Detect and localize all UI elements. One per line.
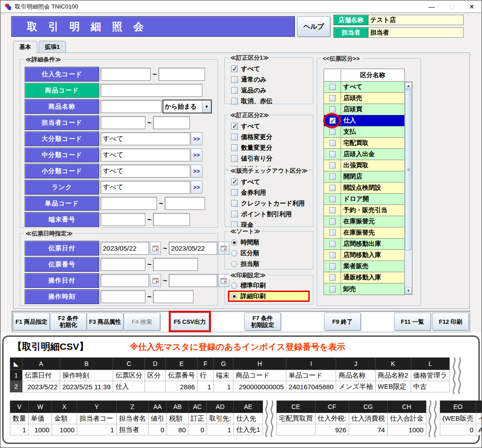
op-time-to-input[interactable] (153, 290, 193, 303)
list-scrollbar[interactable]: ▲ ▼ (405, 82, 412, 295)
row-checkbox-cell[interactable] (324, 160, 341, 171)
staff-code-to-input[interactable] (153, 116, 190, 129)
checkbox-icon[interactable] (231, 76, 238, 83)
row-checkbox-cell[interactable] (324, 261, 341, 272)
minimize-icon[interactable]: — (429, 3, 435, 10)
checkbox-icon[interactable] (329, 140, 336, 146)
checkbox-icon[interactable] (329, 252, 336, 258)
row-checkbox-cell[interactable] (324, 93, 341, 104)
checkbox-icon[interactable] (231, 211, 238, 217)
f7-default-conditions-button[interactable]: F7 条件初期設定 (244, 313, 281, 331)
supplier-code-from-input[interactable] (101, 68, 151, 81)
checkbox-option[interactable]: 価格変更分 (231, 133, 313, 141)
checkbox-icon[interactable] (329, 151, 336, 157)
checkbox-icon[interactable] (329, 174, 336, 180)
checkbox-option[interactable]: 通常のみ (231, 75, 313, 84)
f1-item-select-button[interactable]: F1 商品指定 (13, 313, 50, 331)
row-checkbox-cell[interactable] (324, 250, 341, 261)
slip-category-row[interactable]: 店間移動入庫 (324, 250, 404, 261)
radio-option[interactable]: 区分順 (231, 249, 313, 257)
staff-code-from-input[interactable] (101, 116, 145, 129)
terminal-no-to-input[interactable] (153, 213, 190, 226)
checkbox-option[interactable]: 返品のみ (231, 86, 313, 95)
calendar-icon[interactable] (150, 274, 161, 287)
checkbox-icon[interactable] (329, 286, 336, 292)
slip-category-row[interactable]: 在庫振替先 (324, 227, 404, 239)
single-item-code-from-input[interactable] (101, 197, 157, 210)
large-class-picker-button[interactable]: >> (191, 132, 202, 145)
checkbox-icon[interactable] (231, 189, 238, 196)
f5-csv-export-button[interactable]: F5 CSV出力 (171, 313, 209, 331)
checkbox-icon[interactable] (231, 87, 238, 94)
slip-category-row[interactable]: 仕入 (324, 115, 404, 126)
row-checkbox-cell[interactable] (324, 82, 341, 92)
row-checkbox-cell[interactable] (324, 194, 341, 204)
single-item-code-to-input[interactable] (165, 197, 205, 210)
radio-option[interactable]: 標準印刷 (231, 281, 313, 290)
slip-category-row[interactable]: 宅配買取 (324, 138, 404, 149)
slip-category-row[interactable]: 店頭売 (324, 93, 404, 104)
f2-reset-conditions-button[interactable]: F2 条件初期化 (50, 313, 87, 331)
row-checkbox-cell[interactable] (324, 171, 341, 182)
mid-class-picker-button[interactable]: >> (191, 148, 202, 161)
op-date-to-input[interactable] (169, 274, 217, 287)
help-button[interactable]: ヘルプ (297, 16, 330, 37)
slip-category-row[interactable]: すべて (324, 82, 404, 93)
slip-date-to-input[interactable] (169, 242, 217, 255)
checkbox-option[interactable]: 数量変更分 (231, 144, 313, 152)
f12-print-button[interactable]: F12 印刷 (432, 313, 469, 331)
maximize-icon[interactable]: □ (450, 3, 454, 10)
checkbox-icon[interactable] (329, 230, 336, 236)
row-checkbox-cell[interactable] (324, 149, 341, 160)
slip-category-row[interactable]: 通販移動入庫 (324, 272, 404, 283)
checkbox-icon[interactable] (329, 263, 336, 270)
radio-icon[interactable] (231, 250, 237, 257)
checkbox-icon[interactable] (231, 200, 238, 207)
row-checkbox-cell[interactable] (324, 283, 341, 295)
row-checkbox-cell[interactable] (324, 272, 341, 283)
checkbox-icon[interactable] (329, 218, 336, 225)
slip-category-row[interactable]: 開設点検閉設 (324, 183, 404, 194)
slip-category-row[interactable]: 店頭入出金 (324, 149, 404, 160)
item-name-input[interactable] (101, 100, 162, 113)
tab-basic[interactable]: 基本 (13, 41, 37, 52)
checkbox-icon[interactable] (231, 155, 238, 162)
small-class-input[interactable] (101, 165, 190, 178)
op-date-from-input[interactable] (101, 274, 149, 287)
op-time-from-input[interactable] (101, 290, 145, 303)
slip-date-from-input[interactable] (101, 242, 149, 255)
slip-category-row[interactable]: 支払 (324, 126, 404, 138)
checkbox-icon[interactable] (329, 207, 336, 213)
radio-icon[interactable] (231, 239, 237, 246)
slip-category-row[interactable]: 業者販売 (324, 261, 404, 272)
tab-extension1[interactable]: 拡張1 (39, 41, 66, 52)
checkbox-option[interactable]: すべて (231, 65, 313, 73)
checkbox-option[interactable]: クレジットカード利用 (231, 199, 313, 208)
item-code-input[interactable] (101, 84, 202, 97)
checkbox-icon[interactable] (329, 95, 336, 101)
radio-option[interactable]: 担当順 (231, 260, 313, 268)
slip-no-from-input[interactable] (101, 258, 145, 271)
checkbox-option[interactable]: すべて (231, 122, 313, 130)
slip-category-row[interactable]: ドロア開 (324, 194, 404, 205)
slip-category-row[interactable]: 予約・販売引当 (324, 205, 404, 216)
slip-category-row[interactable]: 店間移動出庫 (324, 239, 404, 250)
radio-option[interactable]: 詳細印刷 (229, 292, 308, 300)
chevron-down-icon[interactable]: ▼ (202, 100, 211, 113)
calendar-icon[interactable] (150, 242, 161, 255)
checkbox-icon[interactable] (329, 106, 336, 113)
checkbox-icon[interactable] (329, 129, 336, 135)
slip-no-to-input[interactable] (153, 258, 198, 271)
slip-category-row[interactable]: 出張買取 (324, 160, 404, 171)
terminal-no-from-input[interactable] (101, 213, 145, 226)
checkbox-icon[interactable] (329, 185, 336, 191)
match-type-combobox[interactable]: から始まる ▼ (162, 100, 212, 113)
row-checkbox-cell[interactable] (324, 227, 341, 238)
checkbox-icon[interactable] (231, 123, 238, 130)
checkbox-icon[interactable] (231, 98, 238, 104)
checkbox-icon[interactable] (231, 178, 238, 185)
checkbox-icon[interactable] (329, 84, 336, 90)
slip-category-row[interactable]: 卸売 (324, 283, 404, 295)
rank-picker-button[interactable]: >> (191, 181, 202, 194)
f11-list-button[interactable]: F11 一覧 (394, 313, 431, 331)
